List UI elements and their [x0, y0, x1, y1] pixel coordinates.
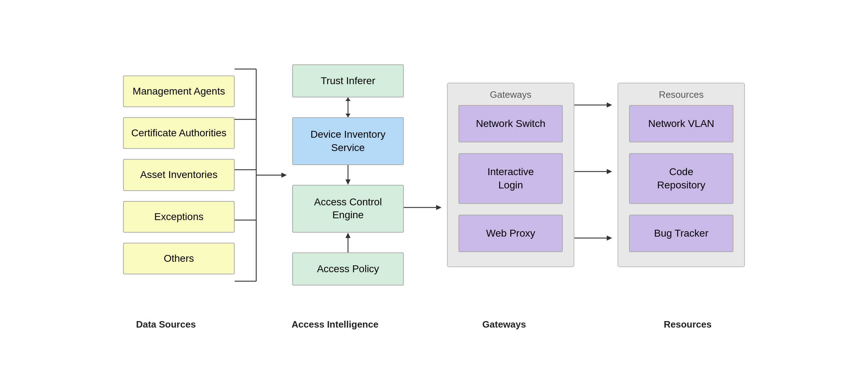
trust-inferer-box: Trust Inferer — [292, 64, 404, 97]
svg-marker-22 — [607, 236, 612, 241]
ap-ace-arrow — [341, 233, 355, 252]
caption-data-sources: Data Sources — [110, 319, 222, 330]
access-policy-label: Access Policy — [317, 263, 379, 274]
caption-gateways: Gateways — [434, 319, 574, 330]
exceptions-box: Exceptions — [123, 201, 235, 233]
trust-dis-arrow — [341, 97, 355, 117]
svg-marker-20 — [607, 169, 612, 174]
caption-resources: Resources — [618, 319, 758, 330]
asset-inventories-box: Asset Inventories — [123, 159, 235, 191]
network-vlan-label: Network VLAN — [648, 118, 714, 129]
access-control-engine-label: Access ControlEngine — [314, 196, 382, 220]
gateways-group-label: Gateways — [490, 89, 532, 100]
access-control-engine-box: Access ControlEngine — [292, 185, 404, 233]
gateways-to-resources-connector — [574, 49, 618, 301]
network-vlan-box: Network VLAN — [629, 105, 733, 142]
svg-marker-16 — [436, 205, 442, 210]
svg-marker-14 — [345, 233, 351, 238]
code-repository-label: CodeRepository — [657, 166, 705, 190]
ds-to-ai-connector — [235, 49, 292, 301]
caption-access-intelligence: Access Intelligence — [279, 319, 391, 330]
bug-tracker-box: Bug Tracker — [629, 215, 733, 252]
management-agents-box: Management Agents — [123, 76, 235, 107]
certificate-authorities-label: Certificate Authorities — [131, 127, 227, 138]
interactive-login-label: InteractiveLogin — [487, 166, 534, 190]
svg-marker-18 — [607, 102, 612, 108]
gateways-group: Gateways Network Switch InteractiveLogin… — [447, 83, 574, 268]
network-switch-box: Network Switch — [458, 105, 563, 142]
resources-group-label: Resources — [659, 89, 704, 100]
network-switch-label: Network Switch — [476, 118, 546, 129]
others-box: Others — [123, 243, 235, 274]
ai-to-gateways-connector — [404, 49, 447, 301]
certificate-authorities-box: Certificate Authorities — [123, 117, 235, 149]
management-agents-label: Management Agents — [133, 86, 225, 97]
trust-inferer-label: Trust Inferer — [321, 75, 375, 86]
caption-row: Data Sources Access Intelligence Gateway… — [38, 319, 830, 330]
bug-tracker-label: Bug Tracker — [654, 228, 709, 239]
web-proxy-label: Web Proxy — [486, 228, 535, 239]
svg-marker-7 — [281, 173, 287, 178]
device-inventory-service-label: Device InventoryService — [311, 129, 386, 153]
web-proxy-box: Web Proxy — [458, 215, 563, 252]
exceptions-label: Exceptions — [154, 211, 204, 222]
access-policy-box: Access Policy — [292, 252, 404, 286]
svg-marker-12 — [345, 179, 351, 185]
interactive-login-box: InteractiveLogin — [458, 153, 563, 204]
svg-marker-9 — [345, 97, 351, 101]
others-label: Others — [164, 253, 194, 264]
svg-marker-10 — [345, 114, 351, 117]
device-inventory-service-box: Device InventoryService — [292, 117, 404, 165]
dis-ace-arrow — [341, 165, 355, 185]
resources-group: Resources Network VLAN CodeRepository Bu… — [618, 83, 745, 268]
access-intelligence-column: Trust Inferer Device InventoryService — [292, 64, 404, 286]
code-repository-box: CodeRepository — [629, 153, 733, 204]
asset-inventories-label: Asset Inventories — [140, 169, 218, 180]
